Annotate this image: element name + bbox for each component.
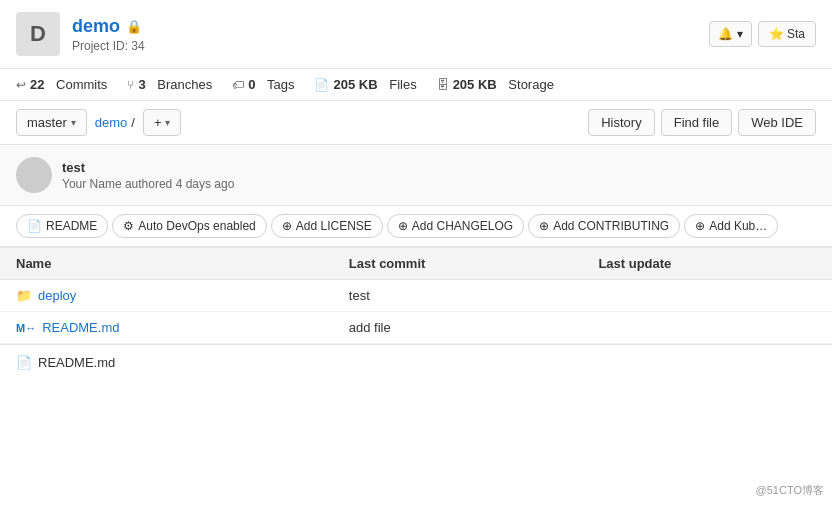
- web-ide-button[interactable]: Web IDE: [738, 109, 816, 136]
- add-license-icon: ⊕: [282, 219, 292, 233]
- branches-stat[interactable]: ⑂ 3 Branches: [127, 77, 212, 92]
- breadcrumb: demo /: [95, 115, 135, 130]
- file-time-cell: [582, 280, 832, 312]
- readme-section: 📄 README.md: [0, 344, 832, 380]
- branch-right-actions: History Find file Web IDE: [588, 109, 816, 136]
- commit-text: test Your Name authored 4 days ago: [62, 160, 234, 191]
- bell-chevron-icon: ▾: [737, 27, 743, 41]
- project-id: Project ID: 34: [72, 39, 145, 53]
- readme-quick-icon: 📄: [27, 219, 42, 233]
- readme-section-icon: 📄: [16, 355, 32, 370]
- add-file-button[interactable]: + ▾: [143, 109, 182, 136]
- plus-icon: +: [154, 115, 162, 130]
- quick-links-bar: 📄 README ⚙ Auto DevOps enabled ⊕ Add LIC…: [0, 206, 832, 247]
- commit-author: Your Name authored 4 days ago: [62, 177, 234, 191]
- commits-stat[interactable]: ↩ 22 Commits: [16, 77, 107, 92]
- devops-quick-icon: ⚙: [123, 219, 134, 233]
- commit-info: test Your Name authored 4 days ago: [0, 145, 832, 206]
- repo-title: demo 🔒 Project ID: 34: [72, 16, 145, 53]
- repo-avatar: D: [16, 12, 60, 56]
- repo-name[interactable]: demo: [72, 16, 120, 37]
- stats-bar: ↩ 22 Commits ⑂ 3 Branches 🏷 0 Tags 📄 205…: [0, 69, 832, 101]
- add-changelog-quick-link[interactable]: ⊕ Add CHANGELOG: [387, 214, 524, 238]
- storage-stat[interactable]: 🗄 205 KB Storage: [437, 77, 554, 92]
- notifications-button[interactable]: 🔔 ▾: [709, 21, 752, 47]
- branch-bar: master ▾ demo / + ▾ History Find file We…: [0, 101, 832, 145]
- branch-chevron-icon: ▾: [71, 117, 76, 128]
- bell-icon: 🔔: [718, 27, 733, 41]
- add-changelog-icon: ⊕: [398, 219, 408, 233]
- branch-selector[interactable]: master ▾: [16, 109, 87, 136]
- col-time-header: Last update: [582, 248, 832, 280]
- auto-devops-quick-link[interactable]: ⚙ Auto DevOps enabled: [112, 214, 266, 238]
- storage-icon: 🗄: [437, 78, 449, 92]
- readme-section-label: README.md: [38, 355, 115, 370]
- table-row: 📁 deploy test: [0, 280, 832, 312]
- find-file-button[interactable]: Find file: [661, 109, 733, 136]
- commit-message[interactable]: test: [62, 160, 234, 175]
- add-kub-icon: ⊕: [695, 219, 705, 233]
- breadcrumb-separator: /: [131, 115, 135, 130]
- repo-header: D demo 🔒 Project ID: 34 🔔 ▾ ⭐ Sta: [0, 0, 832, 69]
- col-name-header: Name: [0, 248, 333, 280]
- folder-icon: 📁: [16, 288, 32, 303]
- add-chevron-icon: ▾: [165, 117, 170, 128]
- star-button[interactable]: ⭐ Sta: [758, 21, 816, 47]
- branch-name: master: [27, 115, 67, 130]
- branches-icon: ⑂: [127, 78, 134, 92]
- commits-icon: ↩: [16, 78, 26, 92]
- add-contributing-quick-link[interactable]: ⊕ Add CONTRIBUTING: [528, 214, 680, 238]
- header-actions: 🔔 ▾ ⭐ Sta: [709, 21, 816, 47]
- breadcrumb-repo-link[interactable]: demo: [95, 115, 128, 130]
- table-row: M↔ README.md add file: [0, 312, 832, 344]
- file-name-link[interactable]: deploy: [38, 288, 76, 303]
- readme-file-icon: M↔: [16, 322, 36, 334]
- file-time-cell: [582, 312, 832, 344]
- lock-icon: 🔒: [126, 19, 142, 34]
- history-button[interactable]: History: [588, 109, 654, 136]
- files-stat[interactable]: 📄 205 KB Files: [314, 77, 416, 92]
- tags-stat[interactable]: 🏷 0 Tags: [232, 77, 294, 92]
- col-commit-header: Last commit: [333, 248, 583, 280]
- file-table: Name Last commit Last update 📁 deploy te…: [0, 247, 832, 344]
- file-commit-cell: test: [333, 280, 583, 312]
- add-contributing-icon: ⊕: [539, 219, 549, 233]
- files-icon: 📄: [314, 78, 329, 92]
- file-commit-cell: add file: [333, 312, 583, 344]
- add-kubernetes-quick-link[interactable]: ⊕ Add Kub…: [684, 214, 778, 238]
- tags-icon: 🏷: [232, 78, 244, 92]
- star-icon: ⭐ Sta: [769, 27, 805, 41]
- readme-quick-link[interactable]: 📄 README: [16, 214, 108, 238]
- file-name-link[interactable]: README.md: [42, 320, 119, 335]
- add-license-quick-link[interactable]: ⊕ Add LICENSE: [271, 214, 383, 238]
- commit-avatar: [16, 157, 52, 193]
